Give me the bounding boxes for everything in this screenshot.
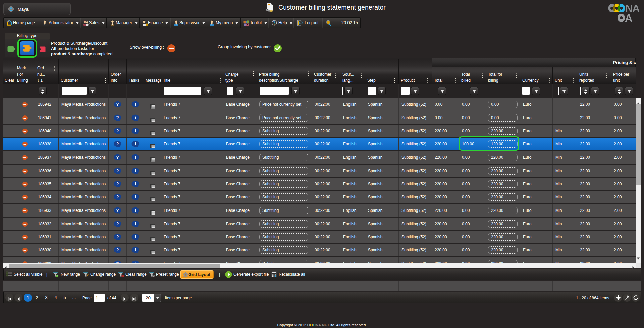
svg-text:i: i: [135, 102, 136, 107]
svg-text:i: i: [135, 115, 136, 120]
svg-text:?: ?: [116, 155, 119, 160]
svg-text:?: ?: [116, 102, 119, 107]
svg-text:?: ?: [116, 141, 119, 146]
svg-text:i: i: [135, 247, 136, 252]
svg-text:?: ?: [116, 234, 119, 239]
svg-text:i: i: [135, 208, 136, 213]
svg-text:?: ?: [116, 194, 119, 199]
svg-text:?: ?: [116, 261, 119, 263]
svg-text:i: i: [135, 155, 136, 160]
svg-text:?: ?: [116, 115, 119, 120]
svg-text:i: i: [135, 181, 136, 186]
svg-text:?: ?: [116, 128, 119, 133]
svg-text:i: i: [135, 234, 136, 239]
svg-text:?: ?: [116, 208, 119, 213]
svg-text:i: i: [135, 128, 136, 133]
svg-text:?: ?: [116, 221, 119, 226]
svg-text:i: i: [135, 261, 136, 263]
svg-text:i: i: [135, 168, 136, 173]
svg-text:i: i: [135, 221, 136, 226]
svg-text:i: i: [135, 141, 136, 146]
svg-text:?: ?: [116, 247, 119, 252]
svg-text:?: ?: [116, 168, 119, 173]
svg-text:?: ?: [116, 181, 119, 186]
svg-text:i: i: [135, 194, 136, 199]
svg-text:A: A: [625, 12, 632, 23]
